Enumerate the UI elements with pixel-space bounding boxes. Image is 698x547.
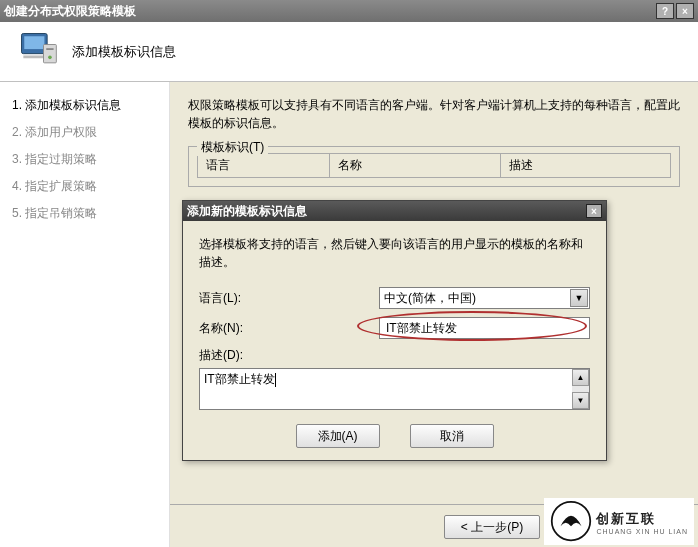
add-template-id-dialog: 添加新的模板标识信息 × 选择模板将支持的语言，然后键入要向该语言的用户显示的模… bbox=[182, 200, 607, 461]
name-label: 名称(N): bbox=[199, 320, 379, 337]
help-button[interactable]: ? bbox=[656, 3, 674, 19]
logo-icon bbox=[550, 500, 592, 545]
dialog-instruction: 选择模板将支持的语言，然后键入要向该语言的用户显示的模板的名称和描述。 bbox=[199, 235, 590, 271]
sidebar-item-template-id[interactable]: 1. 添加模板标识信息 bbox=[0, 92, 169, 119]
language-row: 语言(L): 中文(简体，中国) ▼ bbox=[199, 287, 590, 309]
col-language[interactable]: 语言 bbox=[198, 154, 330, 178]
desc-label-row: 描述(D): bbox=[199, 347, 590, 364]
svg-rect-1 bbox=[24, 36, 44, 49]
language-label: 语言(L): bbox=[199, 290, 379, 307]
header-title: 添加模板标识信息 bbox=[72, 43, 176, 61]
svg-point-5 bbox=[48, 56, 52, 60]
sidebar-item-revocation[interactable]: 5. 指定吊销策略 bbox=[0, 200, 169, 227]
scroll-up-icon: ▲ bbox=[572, 369, 589, 386]
svg-rect-2 bbox=[23, 56, 45, 59]
desc-wrap: IT部禁止转发 ▲ ▼ bbox=[199, 368, 590, 410]
desc-scrollbar[interactable]: ▲ ▼ bbox=[572, 369, 589, 409]
desc-textarea[interactable]: IT部禁止转发 bbox=[199, 368, 590, 410]
cancel-button[interactable]: 取消 bbox=[410, 424, 494, 448]
template-id-fieldset: 模板标识(T) 语言 名称 描述 bbox=[188, 146, 680, 187]
language-select[interactable]: 中文(简体，中国) ▼ bbox=[379, 287, 590, 309]
sidebar-item-extension[interactable]: 4. 指定扩展策略 bbox=[0, 173, 169, 200]
logo-text: 创新互联 CHUANG XIN HU LIAN bbox=[596, 510, 688, 535]
sidebar-item-user-rights[interactable]: 2. 添加用户权限 bbox=[0, 119, 169, 146]
name-row: 名称(N): bbox=[199, 317, 590, 339]
logo-overlay: 创新互联 CHUANG XIN HU LIAN bbox=[544, 498, 694, 545]
chevron-down-icon: ▼ bbox=[570, 289, 588, 307]
header: 添加模板标识信息 bbox=[0, 22, 698, 82]
main-window: 创建分布式权限策略模板 ? × 添加模板标识信息 1. 添加模板标识信息 2. … bbox=[0, 0, 698, 547]
language-value: 中文(简体，中国) bbox=[384, 290, 476, 307]
text-caret bbox=[275, 373, 276, 387]
add-button[interactable]: 添加(A) bbox=[296, 424, 380, 448]
name-input[interactable] bbox=[379, 317, 590, 339]
svg-rect-4 bbox=[46, 48, 53, 50]
intro-text: 权限策略模板可以支持具有不同语言的客户端。针对客户端计算机上支持的每种语言，配置… bbox=[188, 96, 680, 132]
col-description[interactable]: 描述 bbox=[500, 154, 670, 178]
desc-label: 描述(D): bbox=[199, 347, 379, 364]
dialog-close-button[interactable]: × bbox=[586, 204, 602, 218]
sidebar-item-expiration[interactable]: 3. 指定过期策略 bbox=[0, 146, 169, 173]
titlebar-controls: ? × bbox=[656, 3, 694, 19]
dialog-titlebar: 添加新的模板标识信息 × bbox=[183, 201, 606, 221]
template-id-table: 语言 名称 描述 bbox=[197, 153, 671, 178]
close-button[interactable]: × bbox=[676, 3, 694, 19]
dialog-body: 选择模板将支持的语言，然后键入要向该语言的用户显示的模板的名称和描述。 语言(L… bbox=[183, 221, 606, 460]
back-button[interactable]: < 上一步(P) bbox=[444, 515, 540, 539]
fieldset-legend: 模板标识(T) bbox=[197, 139, 268, 156]
scroll-down-icon: ▼ bbox=[572, 392, 589, 409]
window-title: 创建分布式权限策略模板 bbox=[4, 3, 656, 20]
logo-text-en: CHUANG XIN HU LIAN bbox=[596, 528, 688, 535]
svg-rect-3 bbox=[44, 45, 57, 63]
col-name[interactable]: 名称 bbox=[330, 154, 500, 178]
dialog-buttons: 添加(A) 取消 bbox=[199, 424, 590, 448]
logo-text-cn: 创新互联 bbox=[596, 510, 688, 528]
computer-icon bbox=[16, 28, 60, 75]
titlebar: 创建分布式权限策略模板 ? × bbox=[0, 0, 698, 22]
dialog-title: 添加新的模板标识信息 bbox=[187, 203, 586, 220]
sidebar: 1. 添加模板标识信息 2. 添加用户权限 3. 指定过期策略 4. 指定扩展策… bbox=[0, 82, 170, 547]
